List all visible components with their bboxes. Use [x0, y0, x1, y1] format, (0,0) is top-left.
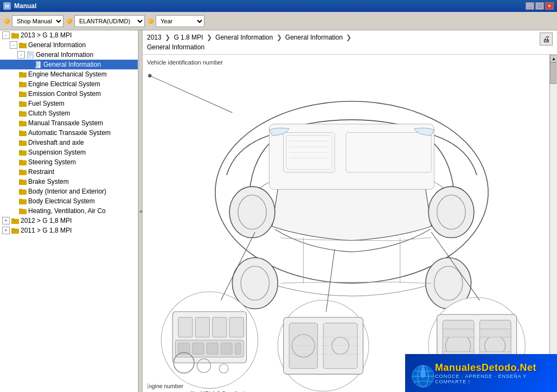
watermark-globe-icon [409, 363, 437, 390]
tree-label-node-engine-mech: Engine Mechanical System [28, 70, 107, 78]
expand-btn-node-gen-info[interactable]: - [10, 41, 17, 49]
expand-btn-node-2013[interactable]: - [2, 31, 10, 39]
tree-item-node-restraint[interactable]: Restraint [0, 167, 138, 177]
svg-rect-14 [35, 62, 36, 67]
tree-item-node-emission[interactable]: Emission Control System [0, 89, 138, 99]
model-dropdown[interactable]: ELANTRA(UD/MD) [74, 15, 145, 27]
toolbar-group-1: Shop Manual [4, 15, 63, 27]
tree-item-node-2011[interactable]: +2011 > G 1,8 MPI [0, 226, 138, 235]
maximize-button[interactable]: □ [535, 2, 544, 10]
year-dropdown[interactable]: Year [156, 15, 204, 27]
app-icon: M [3, 2, 11, 10]
vin-label: Vehicle identification number [147, 59, 545, 66]
tree-label-node-clutch: Clutch System [28, 110, 70, 117]
svg-rect-81 [221, 343, 232, 354]
svg-rect-80 [207, 343, 218, 354]
tree-item-node-2012[interactable]: +2012 > G 1,8 MPI [0, 216, 138, 226]
scroll-thumb[interactable] [550, 62, 556, 84]
tree-label-node-engine-elec: Engine Electrical System [28, 80, 100, 88]
svg-rect-75 [213, 317, 227, 337]
minimize-button[interactable]: _ [526, 2, 534, 10]
tree-item-node-gen-info-2[interactable]: -General Information [0, 50, 138, 60]
bullet-orange-1 [4, 18, 10, 24]
breadcrumb-bar: 2013 ❯ G 1.8 MPI ❯ General Information ❯… [143, 30, 557, 55]
tree-label-node-gen-info: General Information [28, 41, 86, 49]
tree-label-node-gen-info-2: General Information [36, 51, 93, 59]
tree-item-node-clutch[interactable]: Clutch System [0, 108, 138, 118]
window-title: Manual [14, 2, 36, 10]
watermark-title: ManualesDetodo.Net [435, 362, 557, 374]
doc-icon-node-gen-info-2 [26, 50, 35, 59]
tree-item-node-body[interactable]: Body (Interior and Exterior) [0, 187, 138, 196]
folder-icon-node-body [18, 187, 27, 196]
diagram-content: Vehicle identification number [143, 55, 549, 392]
svg-rect-3 [19, 43, 22, 44]
folder-icon-node-manual-trans [18, 119, 27, 127]
tree-label-node-fuel: Fuel System [28, 100, 65, 107]
tree-item-node-gen-info-3[interactable]: General Information [0, 60, 138, 69]
tree-item-node-fuel[interactable]: Fuel System [0, 99, 138, 108]
scroll-track[interactable] [550, 62, 557, 369]
close-button[interactable]: × [545, 2, 554, 10]
expand-btn-node-2012[interactable]: + [2, 217, 10, 224]
tree-item-node-manual-trans[interactable]: Manual Transaxle System [0, 118, 138, 128]
tree-container: -2013 > G 1,8 MPI-General Information-Ge… [0, 30, 138, 235]
tree-label-node-2012: 2012 > G 1,8 MPI [21, 217, 72, 224]
svg-point-60 [428, 187, 474, 237]
scroll-up-button[interactable]: ▲ [550, 55, 557, 62]
svg-rect-22 [19, 101, 22, 103]
tree-item-node-gen-info[interactable]: -General Information [0, 40, 138, 50]
svg-rect-24 [19, 111, 22, 113]
vertical-scrollbar[interactable]: ▲ □ □ ▼ [549, 55, 557, 392]
svg-rect-44 [19, 209, 22, 210]
splitter[interactable]: ◄ [138, 30, 143, 392]
tree-label-node-suspension: Suspension System [28, 149, 86, 156]
breadcrumb-gen-info-2[interactable]: General Information [285, 34, 343, 41]
svg-rect-46 [11, 219, 15, 220]
tree-item-node-suspension[interactable]: Suspension System [0, 147, 138, 157]
expand-btn-node-2011[interactable]: + [2, 227, 10, 234]
tree-item-node-engine-mech[interactable]: Engine Mechanical System [0, 69, 138, 79]
svg-rect-50 [269, 124, 434, 190]
folder-icon-node-engine-mech [18, 70, 27, 79]
watermark-subtitle: CONOCE · APRENDE · ENSEÑA Y COMPARTE ! [435, 374, 557, 384]
print-button[interactable]: 🖨 [540, 33, 553, 46]
svg-rect-76 [229, 317, 244, 337]
svg-line-68 [150, 76, 232, 113]
svg-rect-82 [235, 343, 241, 354]
svg-rect-30 [19, 140, 22, 142]
folder-icon-node-suspension [18, 148, 27, 157]
bullet-orange-2 [67, 18, 72, 24]
svg-rect-79 [193, 343, 204, 354]
toolbar-group-3: Year [148, 15, 204, 27]
tree-item-node-engine-elec[interactable]: Engine Electrical System [0, 79, 138, 89]
tree-item-node-hvac[interactable]: Heating, Ventilation, Air Co [0, 206, 138, 216]
bullet-orange-3 [148, 18, 153, 24]
folder-icon-node-hvac [18, 207, 27, 215]
main-layout: -2013 > G 1,8 MPI-General Information-Ge… [0, 30, 557, 392]
tree-label-node-auto-trans: Automatic Transaxle System [28, 129, 111, 137]
tree-item-node-brake[interactable]: Brake System [0, 177, 138, 187]
tree-item-node-auto-trans[interactable]: Automatic Transaxle System [0, 128, 138, 138]
content-scroll-area: Vehicle identification number [143, 55, 557, 392]
breadcrumb-gen-info-1[interactable]: General Information [215, 34, 273, 41]
tree-item-node-body-elec[interactable]: Body Electrical System [0, 196, 138, 206]
tree-label-node-gen-info-3: General Information [43, 61, 101, 68]
svg-rect-103 [443, 329, 474, 337]
folder-icon-node-gen-info [18, 41, 27, 49]
breadcrumb-2013[interactable]: 2013 [147, 34, 162, 41]
breadcrumb-g18mpi[interactable]: G 1.8 MPI [174, 34, 203, 41]
car-diagram-svg: Vehicle identification number [147, 68, 545, 392]
tree-item-node-driveshaft[interactable]: Driveshaft and axle [0, 138, 138, 147]
title-bar: M Manual _ □ × [0, 0, 557, 12]
tree-label-node-body: Body (Interior and Exterior) [28, 188, 106, 195]
svg-rect-16 [19, 72, 22, 74]
tree-label-node-steering: Steering System [28, 158, 76, 166]
tree-item-node-2013[interactable]: -2013 > G 1,8 MPI [0, 30, 138, 40]
tree-item-node-steering[interactable]: Steering System [0, 157, 138, 167]
shop-manual-dropdown[interactable]: Shop Manual [12, 15, 63, 27]
breadcrumb: 2013 ❯ G 1.8 MPI ❯ General Information ❯… [147, 33, 535, 52]
expand-btn-node-gen-info-2[interactable]: - [17, 51, 25, 59]
tree-label-node-2011: 2011 > G 1,8 MPI [21, 227, 72, 234]
svg-point-69 [148, 74, 151, 77]
